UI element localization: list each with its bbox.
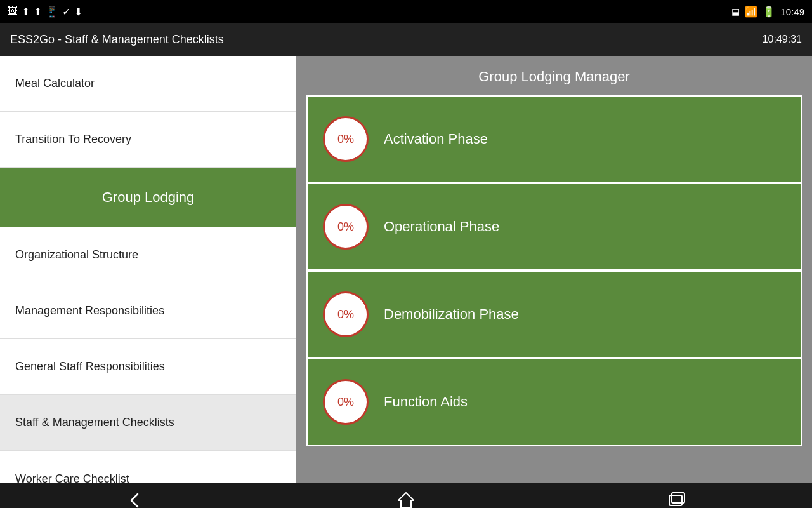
- upload2-icon: ⬆: [34, 6, 42, 18]
- checklist-label-operational: Operational Phase: [384, 218, 499, 235]
- notification-icon: 🖼: [8, 6, 18, 17]
- progress-value-activation: 0%: [337, 133, 354, 146]
- checklist-item-activation-phase[interactable]: 0% Activation Phase: [306, 95, 802, 183]
- recent-apps-button[interactable]: [667, 490, 687, 508]
- check-icon: ✓: [62, 6, 70, 18]
- sidebar-item-meal-calculator[interactable]: Meal Calculator: [0, 56, 296, 112]
- progress-circle-function-aids: 0%: [323, 379, 369, 425]
- progress-value-demobilization: 0%: [337, 308, 354, 321]
- content-title: Group Lodging Manager: [478, 69, 630, 85]
- battery-icon: 🔋: [763, 6, 775, 18]
- status-bar: 🖼 ⬆ ⬆ 📱 ✓ ⬇ ⬓ 📶 🔋 10:49: [0, 0, 812, 23]
- checklist-item-operational-phase[interactable]: 0% Operational Phase: [306, 183, 802, 271]
- sidebar-item-transition-to-recovery[interactable]: Transition To Recovery: [0, 112, 296, 168]
- status-icons-left: 🖼 ⬆ ⬆ 📱 ✓ ⬇: [8, 6, 82, 18]
- back-button[interactable]: [125, 490, 145, 508]
- status-icons-right: ⬓ 📶 🔋 10:49: [731, 6, 804, 18]
- sidebar-item-staff-management-checklists[interactable]: Staff & Management Checklists: [0, 395, 296, 451]
- checklist-label-demobilization: Demobilization Phase: [384, 306, 519, 323]
- progress-circle-demobilization: 0%: [323, 291, 369, 337]
- home-button[interactable]: [396, 490, 416, 508]
- sidebar-item-worker-care-checklist[interactable]: Worker Care Checklist: [0, 451, 296, 483]
- nav-bar: [0, 483, 812, 508]
- wifi-icon: 📶: [745, 6, 757, 18]
- checklist-items: 0% Activation Phase 0% Operational Phase…: [306, 95, 802, 446]
- app-title: ESS2Go - Staff & Management Checklists: [10, 33, 224, 46]
- checklist-label-function-aids: Function Aids: [384, 394, 468, 410]
- progress-circle-operational: 0%: [323, 204, 369, 250]
- title-bar-time: 10:49:31: [763, 34, 802, 45]
- sidebar-item-management-responsibilities[interactable]: Management Responsibilities: [0, 283, 296, 339]
- svg-marker-0: [398, 493, 414, 508]
- title-bar: ESS2Go - Staff & Management Checklists 1…: [0, 23, 812, 56]
- status-time: 10:49: [780, 6, 804, 17]
- sidebar-item-group-lodging[interactable]: Group Lodging: [0, 168, 296, 227]
- upload-icon: ⬆: [22, 6, 30, 18]
- sidebar: Meal Calculator Transition To Recovery G…: [0, 56, 296, 483]
- download-icon: ⬇: [74, 6, 82, 18]
- checklist-label-activation: Activation Phase: [384, 131, 488, 147]
- checklist-item-demobilization-phase[interactable]: 0% Demobilization Phase: [306, 271, 802, 358]
- checklist-item-function-aids[interactable]: 0% Function Aids: [306, 358, 802, 446]
- progress-value-function-aids: 0%: [337, 396, 354, 409]
- bluetooth-icon: ⬓: [731, 6, 740, 17]
- screenshot-icon: 📱: [46, 6, 58, 18]
- progress-circle-activation: 0%: [323, 116, 369, 162]
- main-content: Meal Calculator Transition To Recovery G…: [0, 56, 812, 483]
- sidebar-item-organizational-structure[interactable]: Organizational Structure: [0, 227, 296, 283]
- sidebar-item-general-staff-responsibilities[interactable]: General Staff Responsibilities: [0, 339, 296, 395]
- progress-value-operational: 0%: [337, 220, 354, 234]
- content-panel: Group Lodging Manager 0% Activation Phas…: [296, 56, 812, 483]
